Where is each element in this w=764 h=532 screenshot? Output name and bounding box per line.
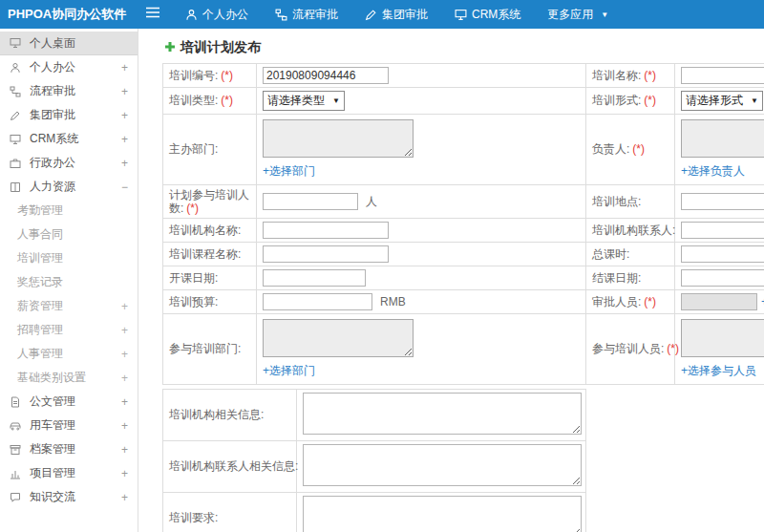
sidebar-item-crm-system[interactable]: CRM系统 + [0,127,138,151]
user-icon [185,9,198,21]
required-mark: (*) [221,69,233,82]
nav-label: CRM系统 [472,7,520,23]
menu-toggle[interactable] [141,6,172,23]
training-type-select[interactable]: 请选择类型▼ [263,91,345,111]
sidebar-item-human-resources[interactable]: 人力资源 − [0,175,138,199]
expand-icon: + [121,133,128,146]
nav-label: 更多应用 [547,7,593,23]
org-contact-input[interactable] [681,222,764,239]
org-info-textarea[interactable] [303,393,582,435]
sidebar-item-knowledge-exchange[interactable]: 知识交流 + [0,485,138,509]
total-hours-input[interactable] [681,245,764,263]
sidebar-item-process-approval[interactable]: 流程审批 + [0,79,138,103]
field-label: 培训编号:(*) [163,64,257,88]
start-date-input[interactable] [263,269,366,287]
edit-icon [365,9,377,21]
nav-label: 流程审批 [292,7,338,23]
topbar: PHPOA协同办公软件 个人办公 流程审批 集团审批 CRM系统 更多应用 ▼ [0,0,764,29]
caret-down-icon: ▼ [601,11,608,19]
required-mark: (*) [186,202,199,215]
field-label: 总课时: [586,243,675,266]
form-row: 培训课程名称: 总课时: [163,243,764,266]
nav-more-apps[interactable]: 更多应用 ▼ [534,0,622,29]
sidebar-item-admin-office[interactable]: 行政办公 + [0,151,138,175]
sidebar-item-training-mgmt[interactable]: 培训管理 [0,246,138,270]
form-row: 培训编号:(*) 培训名称:(*) [163,64,764,88]
nav-process-approval[interactable]: 流程审批 [262,0,351,29]
select-join-personnel-link[interactable]: +选择参与人员 [681,364,756,377]
join-department-textarea[interactable] [263,319,414,357]
sidebar-item-recruit-mgmt[interactable]: 招聘管理 + [0,318,138,342]
sidebar-item-archive-mgmt[interactable]: 档案管理 + [0,437,138,461]
field-label: 培训名称:(*) [586,64,675,88]
edit-icon [10,110,23,121]
flow-icon [10,86,23,97]
field-label: 培训机构相关信息: [163,390,297,441]
required-mark: (*) [667,342,679,355]
collapse-icon: − [121,181,128,194]
participant-count-input[interactable] [263,193,358,210]
field-label: 培训地点: [586,185,675,219]
expand-icon: + [121,419,128,433]
expand-icon: + [121,324,128,337]
sidebar-item-group-approval[interactable]: 集团审批 + [0,103,138,127]
sidebar-item-personnel-mgmt[interactable]: 人事管理 + [0,342,138,366]
chevron-down-icon: ▼ [751,96,758,105]
flow-icon [275,9,287,21]
sidebar-item-label: 人力资源 [30,179,75,195]
training-requirements-textarea[interactable] [303,496,582,532]
sidebar-item-label: 招聘管理 [17,322,63,338]
sidebar-item-vehicle-mgmt[interactable]: 用车管理 + [0,414,138,437]
sidebar-item-reward-records[interactable]: 奖惩记录 [0,270,138,294]
course-name-input[interactable] [263,245,389,263]
org-name-input[interactable] [263,222,389,239]
training-name-input[interactable] [681,67,764,84]
nav-label: 个人办公 [202,7,248,23]
sidebar-item-attendance-mgmt[interactable]: 考勤管理 [0,199,138,223]
sidebar-item-label: 薪资管理 [17,298,63,314]
monitor-icon [455,9,467,21]
sidebar-item-basic-category-settings[interactable]: 基础类别设置 + [0,366,138,390]
sidebar-item-personal-office[interactable]: 个人办公 + [0,55,138,79]
host-department-textarea[interactable] [263,119,414,158]
expand-icon: + [121,348,128,361]
leader-textarea[interactable] [681,119,764,158]
field-label: 主办部门: [163,115,257,185]
sidebar-item-personnel-contract[interactable]: 人事合同 [0,223,138,246]
select-department-link[interactable]: +选择部门 [263,164,315,178]
org-contact-info-textarea[interactable] [303,444,582,486]
nav-crm-system[interactable]: CRM系统 [441,0,534,29]
sidebar-item-label: 流程审批 [30,83,75,99]
doc-icon [10,396,23,408]
sidebar-item-salary-mgmt[interactable]: 薪资管理 + [0,294,138,318]
budget-input[interactable] [263,293,372,310]
end-date-input[interactable] [681,269,764,287]
sidebar-item-project-mgmt[interactable]: 项目管理 + [0,461,138,485]
expand-icon: + [121,109,128,122]
approver-input[interactable] [681,293,757,310]
monitor-icon [10,134,23,145]
app-logo: PHPOA协同办公软件 [0,6,141,23]
field-label: 结课日期: [586,266,675,290]
training-form-select[interactable]: 请选择形式▼ [681,91,763,111]
form-table-bottom: 培训机构相关信息: 培训机构联系人相关信息: 培训要求: 附件资料: +附件上传 [162,389,586,532]
user-icon [10,62,23,74]
archive-icon [10,444,23,456]
select-leader-link[interactable]: +选择负责人 [681,164,745,178]
join-personnel-textarea[interactable] [681,319,764,357]
sidebar-item-document-mgmt[interactable]: 公文管理 + [0,390,138,414]
select-join-department-link[interactable]: +选择部门 [263,364,315,377]
field-label: 负责人:(*) [586,115,675,185]
expand-icon: + [121,395,128,409]
field-label: 培训形式:(*) [586,88,675,115]
training-no-input[interactable] [263,67,389,84]
sidebar-item-personal-desktop[interactable]: 个人桌面 [0,32,138,55]
training-location-input[interactable] [681,193,764,210]
nav-personal-office[interactable]: 个人办公 [172,0,262,29]
form-row: 培训要求: [163,493,586,532]
required-mark: (*) [632,142,645,156]
field-label: 培训机构联系人: [586,219,675,243]
nav-group-approval[interactable]: 集团审批 [351,0,441,29]
form-table-top: 培训编号:(*) 培训名称:(*) 培训类型:(*) 请选择类型▼ 培训形式:(… [162,63,764,385]
main-content: 培训计划发布 培训编号:(*) 培训名称:(*) 培训类型:(*) 请选择类型▼… [139,29,764,532]
